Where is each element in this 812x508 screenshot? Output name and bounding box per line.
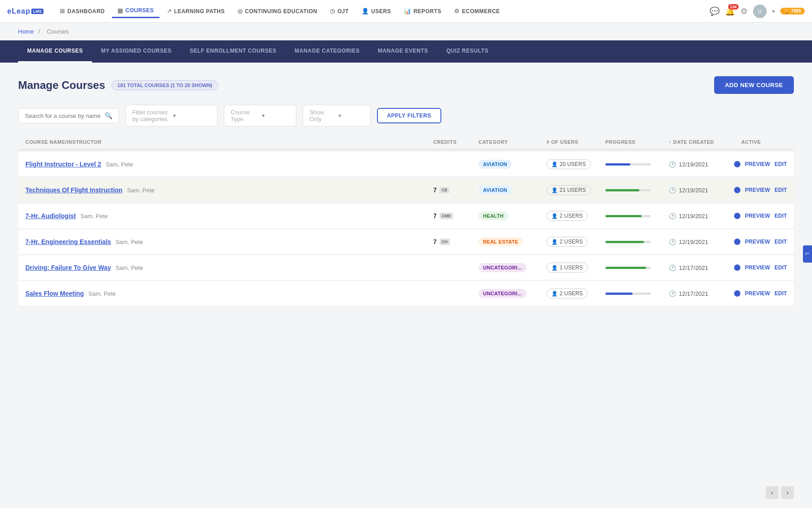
preview-link[interactable]: PREVIEW <box>745 290 770 297</box>
settings-button[interactable]: ⚙ <box>740 6 748 16</box>
search-filter[interactable]: 🔍 <box>18 108 119 123</box>
credits-badge: CH <box>440 239 450 245</box>
tab-my-assigned-courses[interactable]: My Assigned Courses <box>92 40 181 63</box>
date-cell: 🕐 12/19/2021 <box>669 213 741 220</box>
sub-tabs: Manage Courses My Assigned Courses Self … <box>0 40 812 63</box>
category-cell: AVIATION <box>478 160 546 169</box>
progress-cell <box>605 189 669 191</box>
breadcrumb-home[interactable]: Home <box>18 28 34 35</box>
credits-value: 7 <box>433 212 437 220</box>
filters-row: 🔍 Filter courses by categories ▾ Course … <box>18 105 794 127</box>
search-input[interactable] <box>25 112 101 119</box>
avatar[interactable]: U <box>753 5 767 18</box>
nav-continuing-education-label: Continuing Education <box>245 8 317 15</box>
preview-link[interactable]: PREVIEW <box>745 239 770 245</box>
notifications-button[interactable]: 🔔 134 <box>725 6 735 16</box>
category-badge: UNCATEGORI... <box>478 263 527 272</box>
edit-link[interactable]: EDIT <box>774 290 787 297</box>
preview-link[interactable]: PREVIEW <box>745 187 770 193</box>
edit-link[interactable]: EDIT <box>774 239 787 245</box>
clock-icon: 🕐 <box>669 161 676 168</box>
tab-manage-courses[interactable]: Manage Courses <box>18 40 92 63</box>
edit-link[interactable]: EDIT <box>774 161 787 167</box>
users-icon: 👤 <box>551 239 558 245</box>
course-name-link[interactable]: Techniques Of Flight Instruction <box>25 186 122 194</box>
progress-cell <box>605 215 669 217</box>
reports-icon: 📊 <box>404 8 411 15</box>
credits-badge: CME <box>440 213 453 219</box>
edit-link[interactable]: EDIT <box>774 187 787 193</box>
tab-quiz-results[interactable]: Quiz Results <box>437 40 498 63</box>
course-name-link[interactable]: 7-Hr. Audiologist <box>25 212 76 220</box>
category-filter[interactable]: Filter courses by categories ▾ <box>126 105 218 127</box>
category-cell: AVIATION <box>478 186 546 195</box>
page-title-section: Manage Courses 181 TOTAL COURSES (1 TO 2… <box>18 79 218 92</box>
tab-manage-events[interactable]: Manage Events <box>369 40 437 63</box>
show-only-filter[interactable]: Show Only ▾ <box>303 105 371 127</box>
nav-learning-paths-label: Learning Paths <box>174 8 225 15</box>
edit-link[interactable]: EDIT <box>774 213 787 219</box>
users-icon: 👤 <box>551 291 558 297</box>
course-name-cell: Flight Instructor - Level 2 Sam, Pete <box>25 161 433 168</box>
notification-count: 134 <box>728 4 739 10</box>
apply-filters-button[interactable]: APPLY FILTERS <box>377 108 441 123</box>
points-badge[interactable]: 🏆 7985 <box>780 8 805 15</box>
course-type-chevron-icon: ▾ <box>262 112 290 119</box>
chat-icon: 💬 <box>710 7 720 16</box>
nav-reports[interactable]: 📊 Reports <box>398 5 447 17</box>
preview-link[interactable]: PREVIEW <box>745 213 770 219</box>
progress-bar <box>605 293 651 295</box>
course-name-cell: Driving: Failure To Give Way Sam, Pete <box>25 264 433 271</box>
edit-link[interactable]: EDIT <box>774 264 787 271</box>
nav-continuing-education[interactable]: ◎ Continuing Education <box>232 5 323 17</box>
course-name-link[interactable]: Sales Flow Meeting <box>25 290 84 297</box>
nav-dashboard[interactable]: ⊞ Dashboard <box>54 5 110 17</box>
nav-ecommerce[interactable]: ⚙ Ecommerce <box>449 5 505 17</box>
course-name-link[interactable]: 7-Hr. Engineering Essentials <box>25 238 111 245</box>
preview-link[interactable]: PREVIEW <box>745 161 770 167</box>
category-cell: UNCATEGORI... <box>478 263 546 272</box>
users-icon: 👤 <box>551 213 558 219</box>
main-content: Manage Courses 181 TOTAL COURSES (1 TO 2… <box>0 63 812 321</box>
category-badge: AVIATION <box>478 160 512 169</box>
right-sidebar-tab[interactable]: L <box>803 245 812 263</box>
category-badge: UNCATEGORI... <box>478 289 527 298</box>
users-badge: 👤 21 USERS <box>546 185 591 195</box>
row-actions: PREVIEW EDIT <box>745 290 787 297</box>
courses-count-badge: 181 TOTAL COURSES (1 TO 20 SHOWN) <box>111 80 218 90</box>
category-badge: AVIATION <box>478 186 512 195</box>
course-name-link[interactable]: Flight Instructor - Level 2 <box>25 161 101 168</box>
active-cell: PREVIEW EDIT <box>741 212 787 220</box>
progress-fill <box>605 293 633 295</box>
brand-lms: LMS <box>31 9 44 14</box>
add-course-button[interactable]: ADD NEW COURSE <box>714 76 794 94</box>
col-progress: PROGRESS <box>605 139 669 145</box>
course-type-filter[interactable]: Course Type ▾ <box>224 105 296 127</box>
gear-icon: ⚙ <box>740 7 748 16</box>
nav-reports-label: Reports <box>413 8 441 15</box>
logo[interactable]: eLeap LMS <box>7 7 44 15</box>
tab-manage-categories[interactable]: Manage Categories <box>285 40 369 63</box>
tab-self-enrollment[interactable]: Self Enrollment Courses <box>181 40 286 63</box>
course-instructor: Sam, Pete <box>127 187 155 194</box>
credits-value: 7 <box>433 186 437 194</box>
col-category: CATEGORY <box>478 139 546 145</box>
nav-users[interactable]: 👤 Users <box>356 5 396 17</box>
progress-fill <box>605 241 644 243</box>
nav-learning-paths[interactable]: ↗ Learning Paths <box>161 5 230 17</box>
nav-courses[interactable]: ▦ Courses <box>112 5 159 18</box>
course-instructor: Sam, Pete <box>116 264 143 271</box>
nav-dashboard-label: Dashboard <box>68 8 105 15</box>
course-instructor: Sam, Pete <box>116 239 143 245</box>
date-cell: 🕐 12/17/2021 <box>669 264 741 271</box>
chat-button[interactable]: 💬 <box>710 6 720 16</box>
col-date-created[interactable]: ↑ DATE CREATED <box>669 139 741 145</box>
ecommerce-icon: ⚙ <box>454 8 460 15</box>
category-filter-label: Filter courses by categories <box>132 109 169 122</box>
nav-ojt[interactable]: ◷ OJT <box>324 5 354 17</box>
credits-cell: 7 CH <box>433 238 478 245</box>
preview-link[interactable]: PREVIEW <box>745 264 770 271</box>
users-cell: 👤 20 USERS <box>546 159 605 169</box>
course-name-link[interactable]: Driving: Failure To Give Way <box>25 264 111 271</box>
nav-ojt-label: OJT <box>338 8 349 15</box>
